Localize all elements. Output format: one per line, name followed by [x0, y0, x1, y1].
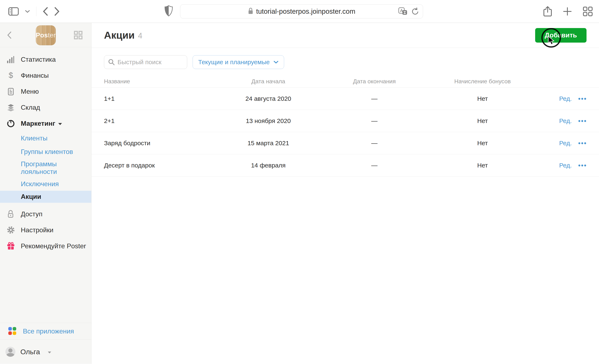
main-content: Акции 4 Добавить Текущие и планиру: [91, 23, 599, 364]
add-button[interactable]: Добавить: [535, 28, 587, 42]
promo-end-date: —: [325, 140, 424, 147]
promo-end-date: —: [325, 117, 424, 125]
table-row[interactable]: 1+1 24 августа 2020 — Нет Ред.: [91, 88, 599, 110]
column-header-start-date: Дата начала: [212, 78, 325, 85]
sidebar-item-finance[interactable]: $ Финансы: [0, 68, 91, 84]
search-input[interactable]: [104, 55, 187, 69]
sidebar-item-label: Финансы: [21, 72, 49, 79]
sidebar-item-label: Меню: [21, 88, 39, 95]
sidebar-spacer: [0, 254, 91, 323]
gift-icon: [7, 242, 15, 250]
sidebar-item-promotions-active[interactable]: Акции: [0, 191, 91, 203]
column-header-name: Название: [104, 78, 212, 85]
sidebar-item-stock[interactable]: Склад: [0, 100, 91, 116]
edit-link[interactable]: Ред.: [559, 117, 572, 125]
sidebar-item-recommend[interactable]: Рекомендуйте Poster: [0, 238, 91, 254]
sidebar-item-statistics[interactable]: Статистика: [0, 51, 91, 68]
chevron-down-icon: [48, 352, 51, 353]
edit-link[interactable]: Ред.: [559, 95, 572, 102]
edit-link[interactable]: Ред.: [559, 140, 572, 147]
promo-end-date: —: [325, 95, 424, 102]
sidebar-item-access[interactable]: Доступ: [0, 206, 91, 222]
sidebar-item-client-groups[interactable]: Группы клиентов: [0, 145, 91, 159]
promo-name: 1+1: [104, 95, 212, 102]
all-apps-link[interactable]: Все приложения: [0, 323, 91, 339]
column-header-end-date: Дата окончания: [325, 78, 424, 85]
more-actions-icon[interactable]: [578, 163, 587, 168]
promo-bonus: Нет: [424, 95, 541, 102]
promo-name: Десерт в подарок: [104, 162, 212, 169]
sidebar-item-label: Склад: [21, 104, 40, 111]
more-actions-icon[interactable]: [578, 97, 587, 101]
user-name: Ольга: [20, 348, 40, 356]
chevron-down-icon: [273, 60, 279, 64]
new-tab-icon[interactable]: [563, 7, 572, 16]
poster-logo[interactable]: Poster: [36, 25, 56, 45]
table-row[interactable]: Заряд бодрости 15 марта 2021 — Нет Ред.: [91, 132, 599, 154]
browser-toolbar: tutorial-posterpos.joinposter.com A: [0, 0, 599, 23]
back-icon[interactable]: [43, 7, 48, 16]
toolbar-divider: [36, 7, 36, 16]
promo-start-date: 24 августа 2020: [212, 95, 325, 102]
document-icon: [7, 88, 15, 95]
promo-start-date: 15 марта 2021: [212, 140, 325, 147]
marketing-submenu: Клиенты Группы клиентов Программы лояльн…: [0, 132, 91, 203]
sidebar-item-label: Доступ: [21, 210, 43, 218]
sidebar-item-settings[interactable]: Настройки: [0, 222, 91, 238]
forward-icon[interactable]: [54, 7, 60, 16]
address-bar[interactable]: tutorial-posterpos.joinposter.com A: [180, 4, 423, 18]
promo-bonus: Нет: [424, 140, 541, 147]
search-box: [104, 55, 187, 69]
layers-icon: [7, 104, 15, 111]
sidebar-item-marketing[interactable]: Маркетинг: [0, 116, 91, 132]
sidebar-item-loyalty-programs[interactable]: Программы лояльности: [0, 159, 91, 177]
promo-start-date: 14 февраля: [212, 162, 325, 169]
tab-overview-icon[interactable]: [583, 7, 593, 17]
lock-open-icon: [7, 210, 15, 218]
sidebar-item-exclusions[interactable]: Исключения: [0, 177, 91, 191]
apps-grid-icon[interactable]: [74, 31, 83, 40]
sidebar-subitem-label: Акции: [21, 193, 41, 201]
status-filter-dropdown[interactable]: Текущие и планируемые: [193, 55, 284, 69]
promo-name: Заряд бодрости: [104, 140, 212, 147]
all-apps-icon: [8, 327, 17, 336]
translate-icon[interactable]: A: [398, 7, 407, 16]
sidebar-item-label: Настройки: [21, 226, 53, 234]
promo-end-date: —: [325, 162, 424, 169]
sidebar-back-icon[interactable]: [7, 31, 12, 39]
reload-icon[interactable]: [411, 7, 419, 16]
edit-link[interactable]: Ред.: [559, 162, 572, 169]
controls-row: Текущие и планируемые: [91, 48, 599, 69]
page-header: Акции 4 Добавить: [91, 23, 599, 48]
browser-window: tutorial-posterpos.joinposter.com A: [0, 0, 599, 364]
more-actions-icon[interactable]: [578, 141, 587, 145]
pie-chart-icon: [7, 120, 15, 127]
sidebar: Poster: [0, 23, 91, 364]
promo-name: 2+1: [104, 117, 212, 125]
table-row[interactable]: 2+1 13 ноября 2020 — Нет Ред.: [91, 110, 599, 132]
promo-start-date: 13 ноября 2020: [212, 117, 325, 125]
sidebar-nav: Статистика $ Финансы Меню: [0, 47, 91, 254]
column-header-bonus: Начисление бонусов: [424, 78, 541, 85]
sidebar-item-label: Маркетинг: [21, 120, 55, 127]
promo-bonus: Нет: [424, 117, 541, 125]
promo-bonus: Нет: [424, 162, 541, 169]
sidebar-subitem-label: Клиенты: [21, 135, 47, 142]
sidebar-gap: [0, 203, 91, 206]
share-icon[interactable]: [543, 6, 552, 17]
sidebar-toggle-icon[interactable]: [8, 7, 19, 16]
url-text: tutorial-posterpos.joinposter.com: [256, 8, 355, 15]
sidebar-item-label: Статистика: [21, 56, 56, 63]
bar-chart-icon: [7, 56, 15, 63]
sidebar-item-clients[interactable]: Клиенты: [0, 132, 91, 145]
sidebar-item-menu[interactable]: Меню: [0, 84, 91, 100]
user-menu[interactable]: Ольга: [0, 339, 91, 364]
privacy-shield-icon[interactable]: [164, 5, 173, 17]
sidebar-subitem-label: Программы лояльности: [21, 160, 85, 176]
lock-icon: [248, 8, 253, 15]
promotions-table: Название Дата начала Дата окончания Начи…: [91, 75, 599, 177]
table-row[interactable]: Десерт в подарок 14 февраля — Нет Ред.: [91, 154, 599, 177]
search-icon: [108, 59, 115, 66]
more-actions-icon[interactable]: [578, 119, 587, 123]
sidebar-toggle-chevron-down-icon[interactable]: [25, 10, 30, 13]
